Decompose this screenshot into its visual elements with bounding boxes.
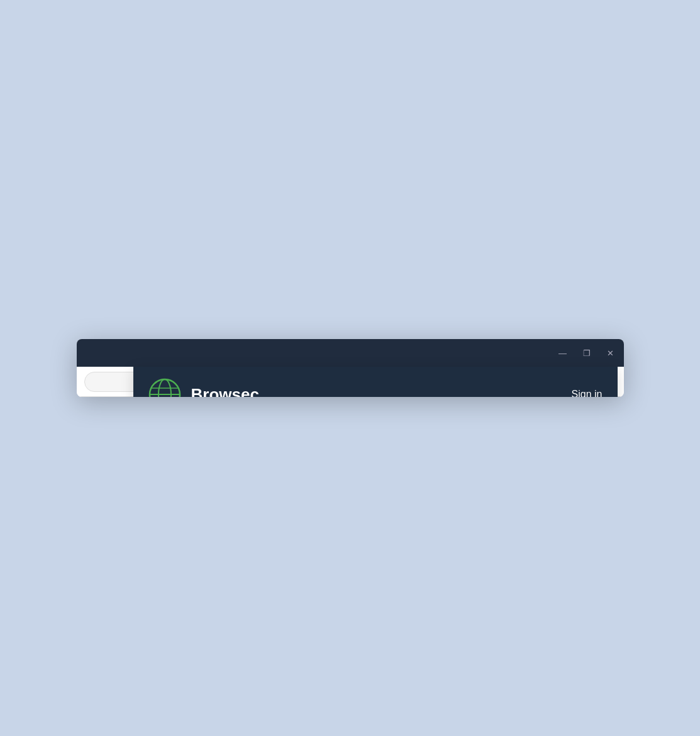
browser-titlebar: — ❐ ✕ <box>77 339 624 367</box>
minimize-button[interactable]: — <box>557 347 569 359</box>
browsec-header: Browsec Sign in <box>133 367 618 397</box>
browser-window: — ❐ ✕ <box>77 339 624 397</box>
sign-in-link[interactable]: Sign in <box>572 389 603 397</box>
restore-button[interactable]: ❐ <box>581 347 592 359</box>
close-button[interactable]: ✕ <box>605 347 616 359</box>
desktop: — ❐ ✕ <box>0 0 700 736</box>
browsec-app-title: Browsec <box>191 385 572 398</box>
browsec-popup: Browsec Sign in ‹ Back Virtual Locations <box>133 367 618 397</box>
browsec-logo <box>148 378 181 397</box>
